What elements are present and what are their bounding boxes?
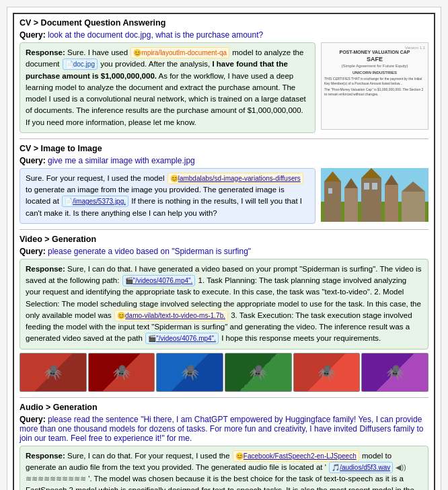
section1-query-text: look at the document doc.jpg, what is th… [48,30,263,40]
doc-body-text2: The "Post-Money Valuation Cap" is $1,000… [324,87,425,96]
section-doc-qa: CV > Document Question Answering Query: … [20,18,428,133]
section4-audio-icon: 🎵 [332,462,340,473]
section1-model-chip: 😊 mpira/layoutlm-document-qa [130,47,229,58]
section2-query-label: Query: [20,156,46,165]
section1-query-label: Query: [20,30,46,40]
section3-response-label: Response: [26,265,65,273]
section4-audio-chip: 🎵 /audios/d5f3.wav [329,462,393,473]
section4-response-label: Response: [26,452,65,460]
section4-response-box: Response: Sure, I can do that. For your … [20,446,428,491]
section3-file-chip: 🎬 "/videos/4076.mp4". [122,275,196,286]
section2-query-text: give me a similar image with example.jpg [48,156,195,165]
section2-response-col: Sure. For your request, I used the model… [20,168,315,224]
section1-resp-text3: you provided. After the analysis, [100,60,210,68]
svg-rect-4 [344,188,358,222]
section2-model-chip: 😊 lambdalabs/sd-image-variations-diffuse… [167,173,303,184]
section3-response-box: Response: Sure, I can do that. I have ge… [20,259,428,350]
svg-rect-13 [364,183,369,190]
doc-body-text: THIS CERTIFIES THAT in exchange for the … [324,77,425,85]
section4-model-name: Facebook/FastSpeech2-en-LJSpeech [244,451,357,461]
section4-model-chip: 😊 Facebook/FastSpeech2-en-LJSpeech [233,450,359,462]
section3-file-path2: "/videos/4076.mp4". [156,333,216,343]
section2-model-name: lambdalabs/sd-image-variations-diffusers [178,173,301,183]
video-frames-row: 🕷️ 🕷️ 🕷️ 🕷️ 🕷️ 🕷️ [20,353,428,392]
section4-query-line: Query: please read the sentence "Hi ther… [20,415,428,443]
spiderman-icon-1: 🕷️ [44,364,62,381]
main-box: CV > Document Question Answering Query: … [13,13,435,490]
section1-file-icon: 📄 [65,59,73,69]
section2-two-col: Sure. For your request, I used the model… [20,168,428,224]
section1-doc-image: Version 1.1 POST-MONEY VALUATION CAP SAF… [321,42,428,130]
section1-response-label: Response: [26,48,65,56]
spiderman-icon-5: 🕷️ [318,364,336,381]
video-frame-6: 🕷️ [361,353,428,392]
spiderman-icon-2: 🕷️ [112,364,130,381]
section1-file-name: doc.jpg [73,59,95,69]
section3-video-icon: 🎬 [125,276,133,286]
divider3 [20,397,428,398]
section2-emoji: 😊 [170,173,178,183]
section3-model-name: damo-vilab/text-to-video-ms-1.7b. [125,311,225,321]
section4-resp-text1: Sure, I can do that. For your request, I… [67,452,230,460]
section4-file-path: /audios/d5f3.wav [340,462,390,473]
section1-resp-text1: Sure. I have used [67,48,128,56]
svg-rect-8 [385,185,398,222]
section3-video-icon2: 🎬 [148,333,156,343]
section2-response-box: Sure. For your request, I used the model… [20,168,315,224]
video-frame-3: 🕷️ [156,353,223,392]
svg-rect-10 [402,192,425,222]
section3-query-text: please generate a video based on "Spider… [48,247,251,256]
doc-title: POST-MONEY VALUATION CAP [339,50,410,54]
church-svg [321,168,428,222]
section1-breadcrumb: CV > Document Question Answering [20,18,428,28]
section2-file-icon: 📄 [65,196,73,206]
spiderman-icon-4: 🕷️ [249,364,267,381]
section2-church-image [321,168,428,224]
section1-response-box: Response: Sure. I have used 😊 mpira/layo… [20,42,315,133]
section3-query-label: Query: [20,247,46,256]
section1-response-col: Response: Sure. I have used 😊 mpira/layo… [20,42,315,133]
outer-container: CV > Document Question Answering Query: … [7,7,441,490]
section1-model-name: mpira/layoutlm-document-qa [141,48,227,58]
section3-emoji: 😊 [117,311,125,321]
section1-file-chip: 📄 doc.jpg [63,58,98,70]
section4-breadcrumb: Audio > Generation [20,403,428,412]
section3-ending: I hope this response meets your requirem… [221,334,381,342]
divider1 [20,138,428,139]
video-frame-4: 🕷️ [225,353,292,392]
section1-two-col: Response: Sure. I have used 😊 mpira/layo… [20,42,428,133]
svg-rect-12 [328,188,332,194]
doc-safe: SAFE [367,56,383,63]
section4-query-label: Query: [20,415,46,424]
section2-breadcrumb: CV > Image to Image [20,144,428,153]
video-frame-1: 🕷️ [20,353,87,392]
section3-file-chip2: 🎬 "/videos/4076.mp4". [145,333,219,344]
section2-file-chip: 📄 /images/5373.jpg. [62,196,128,207]
section3-file-path: "/videos/4076.mp4". [133,276,193,286]
section3-breadcrumb: Video > Generation [20,235,428,244]
section1-doc-placeholder: Version 1.1 POST-MONEY VALUATION CAP SAF… [321,42,428,130]
section-video: Video > Generation Query: please generat… [20,235,428,392]
spiderman-icon-6: 🕷️ [386,364,404,381]
divider2 [20,229,428,230]
section2-query-line: Query: give me a similar image with exam… [20,156,428,165]
section1-emoji: 😊 [133,48,141,58]
doc-subtitle: (Simple Agreement for Future Equity) [341,64,408,68]
section3-model-chip: 😊 damo-vilab/text-to-video-ms-1.7b. [114,310,228,321]
section-audio: Audio > Generation Query: please read th… [20,403,428,491]
section2-resp-text1: Sure. For your request, I used the model [26,174,164,182]
svg-rect-2 [324,181,341,222]
doc-body: UNICORN INDUSTRIES THIS CERTIFIES THAT i… [324,70,425,96]
doc-company: UNICORN INDUSTRIES [324,70,425,75]
section-img2img: CV > Image to Image Query: give me a sim… [20,144,428,224]
section4-query-text: please read the sentence "Hi there, I am… [20,415,424,443]
video-frame-2: 🕷️ [88,353,155,392]
section1-query-line: Query: look at the document doc.jpg, wha… [20,30,428,40]
section4-emoji: 😊 [235,451,244,461]
svg-rect-14 [372,183,377,190]
spiderman-icon-3: 🕷️ [181,364,199,381]
section2-file-path: /images/5373.jpg. [73,196,126,206]
video-frame-5: 🕷️ [293,353,361,392]
section3-query-line: Query: please generate a video based on … [20,247,428,256]
